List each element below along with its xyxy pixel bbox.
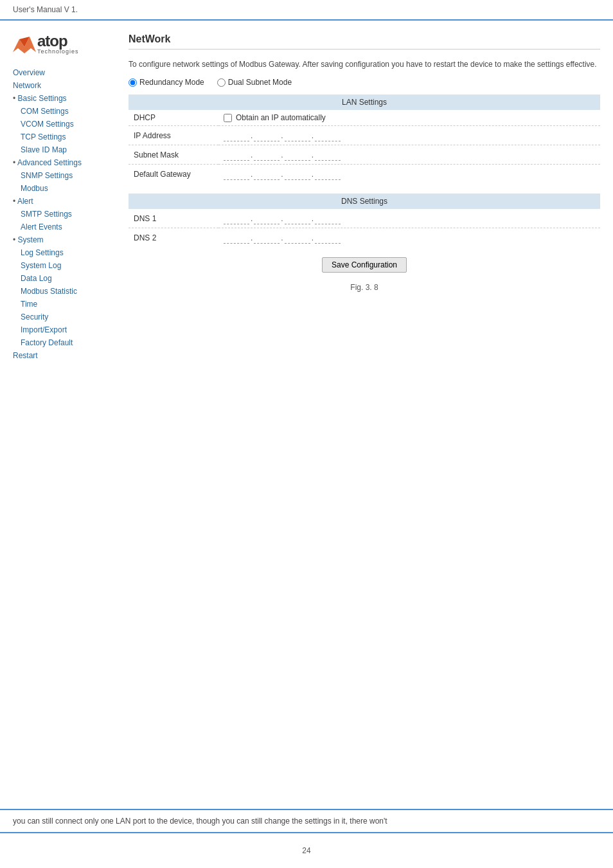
default-gateway-octet-2[interactable]: 0 xyxy=(254,168,280,180)
ip-address-octet-1[interactable]: 10 xyxy=(224,129,249,141)
sidebar-item-vcom-settings[interactable]: VCOM Settings xyxy=(13,118,116,131)
subnet-mask-octet-2[interactable]: 255 xyxy=(254,149,280,161)
dns1-value: 17 . 17 . 17 . 17 xyxy=(218,209,600,228)
ip-address-octet-4[interactable]: 76 xyxy=(315,129,341,141)
sidebar-item-basic-settings[interactable]: Basic Settings xyxy=(13,92,116,105)
sidebar-item-system-log[interactable]: System Log xyxy=(13,259,116,272)
dhcp-row: DHCP Obtain an IP automatically xyxy=(129,110,600,126)
dns-settings-header: DNS Settings xyxy=(129,194,600,209)
lan-settings-table: LAN Settings DHCP Obtain an IP automatic… xyxy=(129,95,600,183)
dns2-value: 17 . 17 . 17 . 17 xyxy=(218,228,600,248)
sidebar-item-slave-id-map[interactable]: Slave ID Map xyxy=(13,143,116,156)
sidebar-item-alert-events[interactable]: Alert Events xyxy=(13,221,116,233)
dhcp-auto-label: Obtain an IP automatically xyxy=(236,113,326,122)
subnet-mask-octet-1[interactable]: 255 xyxy=(224,149,249,161)
section-title: NetWork xyxy=(129,33,600,50)
sidebar-navigation: Overview Network Basic Settings COM Sett… xyxy=(13,66,116,362)
logo-atop-text: atop xyxy=(37,33,79,49)
sidebar-item-restart[interactable]: Restart xyxy=(13,349,116,362)
dhcp-label: DHCP xyxy=(129,110,218,126)
sidebar: atop Technologies Overview Network Basic… xyxy=(13,33,116,777)
dns2-octet-1[interactable]: 17 xyxy=(224,231,249,244)
dhcp-checkbox[interactable] xyxy=(224,114,232,122)
dns2-row: DNS 2 17 . 17 . 17 . 17 xyxy=(129,228,600,248)
dns2-octet-4[interactable]: 17 xyxy=(315,231,341,244)
dual-subnet-mode-radio[interactable]: Dual Subnet Mode xyxy=(217,78,292,87)
figure-caption: Fig. 3. 8 xyxy=(129,283,600,292)
sidebar-item-overview[interactable]: Overview xyxy=(13,66,116,79)
subnet-mask-row: Subnet Mask 255 . 255 . 0 . 0 xyxy=(129,145,600,165)
mode-radio-group: Redundancy Mode Dual Subnet Mode xyxy=(129,78,600,87)
page-wrapper: User's Manual V 1. atop Technologies xyxy=(0,0,613,868)
sidebar-item-security[interactable]: Security xyxy=(13,311,116,323)
sidebar-item-modbus[interactable]: Modbus xyxy=(13,182,116,195)
default-gateway-value: 10 . 0 . 0 . 254 xyxy=(218,165,600,184)
dns1-octet-3[interactable]: 17 xyxy=(285,212,310,224)
subnet-mask-value: 255 . 255 . 0 . 0 xyxy=(218,145,600,165)
footer-note-text: you can still connect only one LAN port … xyxy=(13,817,387,826)
sidebar-item-system[interactable]: System xyxy=(13,233,116,246)
default-gateway-octet-3[interactable]: 0 xyxy=(285,168,310,180)
dns1-row: DNS 1 17 . 17 . 17 . 17 xyxy=(129,209,600,228)
default-gateway-row: Default Gateway 10 . 0 . 0 . 254 xyxy=(129,165,600,184)
subnet-mask-octet-3[interactable]: 0 xyxy=(285,149,310,161)
redundancy-mode-label: Redundancy Mode xyxy=(139,78,204,87)
sidebar-item-snmp-settings[interactable]: SNMP Settings xyxy=(13,169,116,182)
sidebar-item-log-settings[interactable]: Log Settings xyxy=(13,246,116,259)
description-text: To configure network settings of Modbus … xyxy=(129,59,600,70)
logo-technologies-text: Technologies xyxy=(37,49,79,55)
dns2-label: DNS 2 xyxy=(129,228,218,248)
sidebar-item-data-log[interactable]: Data Log xyxy=(13,272,116,285)
subnet-mask-label: Subnet Mask xyxy=(129,145,218,165)
manual-title: User's Manual V 1. xyxy=(13,5,78,14)
page-number: 24 xyxy=(0,833,613,868)
sidebar-item-modbus-statistic[interactable]: Modbus Statistic xyxy=(13,285,116,298)
dns2-octet-2[interactable]: 17 xyxy=(254,231,280,244)
atop-logo-icon xyxy=(13,34,36,55)
logo-text: atop Technologies xyxy=(37,33,79,55)
sidebar-item-import-export[interactable]: Import/Export xyxy=(13,323,116,336)
dns2-octet-3[interactable]: 17 xyxy=(285,231,310,244)
sidebar-item-factory-default[interactable]: Factory Default xyxy=(13,336,116,349)
page-header: User's Manual V 1. xyxy=(0,0,613,21)
dual-subnet-mode-label: Dual Subnet Mode xyxy=(228,78,292,87)
dns1-octet-4[interactable]: 17 xyxy=(315,212,341,224)
sidebar-item-smtp-settings[interactable]: SMTP Settings xyxy=(13,208,116,221)
lan-settings-header: LAN Settings xyxy=(129,95,600,110)
logo-area: atop Technologies xyxy=(13,33,116,55)
dns1-octet-1[interactable]: 17 xyxy=(224,212,249,224)
redundancy-mode-radio[interactable]: Redundancy Mode xyxy=(129,78,204,87)
sidebar-item-com-settings[interactable]: COM Settings xyxy=(13,105,116,118)
dns1-label: DNS 1 xyxy=(129,209,218,228)
default-gateway-octet-1[interactable]: 10 xyxy=(224,168,249,180)
ip-address-row: IP Address 10 . 0 . 50 . 76 xyxy=(129,126,600,145)
subnet-mask-octet-4[interactable]: 0 xyxy=(315,149,341,161)
save-configuration-button[interactable]: Save Configuration xyxy=(322,257,407,273)
sidebar-item-network[interactable]: Network xyxy=(13,79,116,92)
ip-address-octet-2[interactable]: 0 xyxy=(254,129,280,141)
content-area: atop Technologies Overview Network Basic… xyxy=(0,21,613,790)
default-gateway-label: Default Gateway xyxy=(129,165,218,184)
ip-address-value: 10 . 0 . 50 . 76 xyxy=(218,126,600,145)
ip-address-label: IP Address xyxy=(129,126,218,145)
sidebar-item-tcp-settings[interactable]: TCP Settings xyxy=(13,131,116,143)
footer-note: you can still connect only one LAN port … xyxy=(0,809,613,833)
ip-address-octet-3[interactable]: 50 xyxy=(285,129,310,141)
main-content: NetWork To configure network settings of… xyxy=(129,33,600,777)
default-gateway-octet-4[interactable]: 254 xyxy=(315,168,341,180)
dns-settings-table: DNS Settings DNS 1 17 . 17 . 17 xyxy=(129,194,600,247)
dhcp-value: Obtain an IP automatically xyxy=(218,110,600,126)
sidebar-item-alert[interactable]: Alert xyxy=(13,195,116,208)
dns1-octet-2[interactable]: 17 xyxy=(254,212,280,224)
sidebar-item-time[interactable]: Time xyxy=(13,298,116,311)
sidebar-item-advanced-settings[interactable]: Advanced Settings xyxy=(13,156,116,169)
save-btn-area: Save Configuration xyxy=(129,257,600,273)
